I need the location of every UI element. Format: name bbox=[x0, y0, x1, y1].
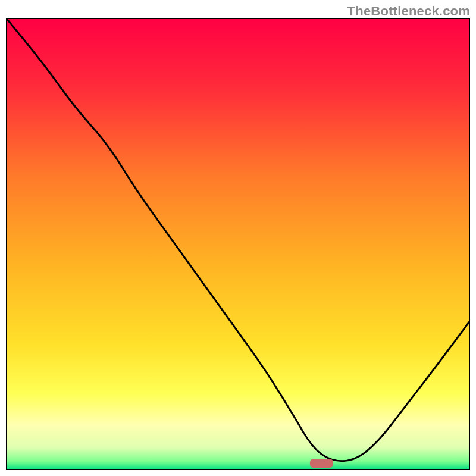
chart-container: TheBottleneck.com bbox=[0, 0, 476, 476]
plot-background bbox=[6, 18, 470, 470]
bottleneck-chart bbox=[6, 18, 470, 470]
watermark-label: TheBottleneck.com bbox=[347, 4, 470, 19]
optimal-marker bbox=[310, 459, 333, 468]
